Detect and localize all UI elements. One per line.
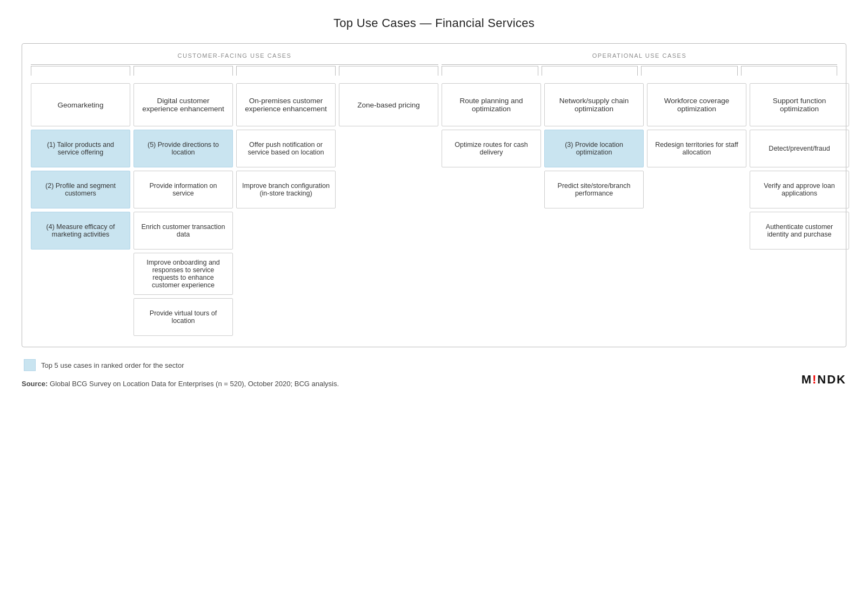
col-digital-customer: Digital customer experience enhancement(… [133, 83, 233, 336]
cell-on-premises-3 [236, 253, 336, 291]
cell-zone-based-1 [339, 171, 438, 208]
col-network-supply: Network/supply chain optimization(3) Pro… [544, 83, 644, 336]
cell-digital-customer-0: (5) Provide directions to location [133, 130, 233, 167]
legend-text: Top 5 use cases in ranked order for the … [41, 361, 184, 369]
cell-route-planning-0: Optimize routes for cash delivery [442, 130, 541, 167]
cell-support-function-1: Verify and approve loan applications [750, 171, 849, 208]
legend-color-box [24, 359, 36, 371]
cell-workforce-4 [647, 294, 746, 332]
col-support-function: Support function optimizationDetect/prev… [750, 83, 849, 336]
col-on-premises: On-premises customer experience enhancem… [236, 83, 336, 336]
col-header-on-premises: On-premises customer experience enhancem… [236, 83, 336, 126]
col-header-support-function: Support function optimization [750, 83, 849, 126]
operational-category-label: OPERATIONAL USE CASES [442, 52, 837, 61]
col-zone-based: Zone-based pricing [339, 83, 438, 336]
cell-support-function-4 [750, 294, 849, 332]
cell-zone-based-0 [339, 130, 438, 167]
cell-route-planning-3 [442, 253, 541, 291]
col-route-planning: Route planning and optimizationOptimize … [442, 83, 541, 336]
col-header-workforce: Workforce coverage optimization [647, 83, 746, 126]
col-geomarketing: Geomarketing(1) Tailor products and serv… [31, 83, 130, 336]
cell-zone-based-4 [339, 294, 438, 332]
cell-geomarketing-3 [31, 253, 130, 291]
cell-workforce-2 [647, 212, 746, 250]
cell-workforce-0: Redesign territories for staff allocatio… [647, 130, 746, 167]
operational-category: OPERATIONAL USE CASES [442, 52, 837, 65]
brand-name: M!NDK [802, 373, 846, 386]
col-workforce: Workforce coverage optimizationRedesign … [647, 83, 746, 336]
cell-network-supply-1: Predict site/store/branch performance [544, 171, 644, 208]
col-header-geomarketing: Geomarketing [31, 83, 130, 126]
page-title: Top Use Cases — Financial Services [22, 16, 846, 30]
col-header-digital-customer: Digital customer experience enhancement [133, 83, 233, 126]
cell-zone-based-3 [339, 253, 438, 291]
cell-geomarketing-1: (2) Profile and segment customers [31, 171, 130, 208]
cell-on-premises-1: Improve branch configuration (in-store t… [236, 171, 336, 208]
operational-brackets [442, 66, 837, 78]
cell-on-premises-4 [236, 294, 336, 332]
cell-geomarketing-0: (1) Tailor products and service offering [31, 130, 130, 167]
col-header-zone-based: Zone-based pricing [339, 83, 438, 126]
col-header-network-supply: Network/supply chain optimization [544, 83, 644, 126]
cell-geomarketing-2: (4) Measure efficacy of marketing activi… [31, 212, 130, 250]
cell-digital-customer-3: Improve onboarding and responses to serv… [133, 253, 233, 295]
customer-brackets [31, 66, 438, 78]
cell-route-planning-2 [442, 212, 541, 250]
customer-category: CUSTOMER-FACING USE CASES [31, 52, 438, 65]
cell-network-supply-2 [544, 212, 644, 250]
cell-network-supply-4 [544, 294, 644, 332]
customer-category-label: CUSTOMER-FACING USE CASES [31, 52, 438, 61]
legend-row: Top 5 use cases in ranked order for the … [24, 359, 846, 371]
cell-zone-based-2 [339, 212, 438, 250]
cell-network-supply-0: (3) Provide location optimization [544, 130, 644, 167]
source-text: Global BCG Survey on Location Data for E… [50, 380, 339, 388]
cell-route-planning-4 [442, 294, 541, 332]
col-header-route-planning: Route planning and optimization [442, 83, 541, 126]
categories-row: CUSTOMER-FACING USE CASES OPERATIONAL US… [31, 52, 837, 65]
cell-geomarketing-4 [31, 294, 130, 332]
cell-on-premises-2 [236, 212, 336, 250]
cell-workforce-3 [647, 253, 746, 291]
cell-support-function-2: Authenticate customer identity and purch… [750, 212, 849, 250]
cell-digital-customer-4: Provide virtual tours of location [133, 298, 233, 336]
source-label: Source: [22, 380, 48, 388]
cell-support-function-3 [750, 253, 849, 291]
cell-route-planning-1 [442, 171, 541, 208]
grid: Geomarketing(1) Tailor products and serv… [31, 83, 837, 336]
main-container: CUSTOMER-FACING USE CASES OPERATIONAL US… [22, 43, 846, 347]
cell-network-supply-3 [544, 253, 644, 291]
cell-digital-customer-1: Provide information on service [133, 171, 233, 208]
cell-workforce-1 [647, 171, 746, 208]
cell-digital-customer-2: Enrich customer transaction data [133, 212, 233, 250]
cell-on-premises-0: Offer push notification or service based… [236, 130, 336, 167]
cell-support-function-0: Detect/prevent/fraud [750, 130, 849, 167]
